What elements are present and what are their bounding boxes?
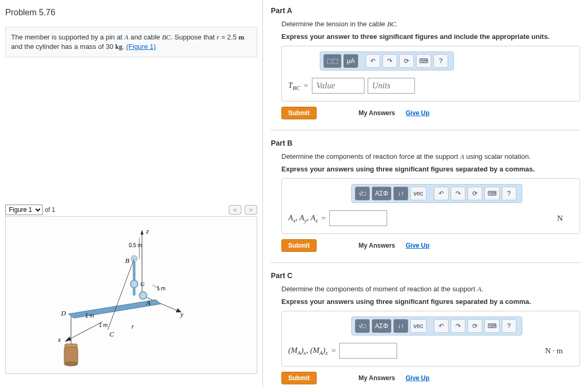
svg-text:1 m: 1 m	[85, 313, 94, 319]
part-c-toolbar: √□ ΑΣΦ ↓↑ vec ↶ ↷ ⟳ ⌨ ?	[351, 317, 522, 335]
vec-btn[interactable]: vec	[410, 319, 427, 333]
help-icon[interactable]: ?	[433, 54, 448, 68]
part-a-answer-box: ⬚⬚ μA ↶ ↷ ⟳ ⌨ ? TBC =	[281, 46, 580, 101]
part-c-label: Part C	[271, 271, 580, 280]
problem-description: The member is supported by a pin at A an…	[5, 27, 257, 57]
part-a-value-input[interactable]	[312, 78, 364, 94]
part-b-submit-button[interactable]: Submit	[281, 239, 317, 252]
reset-icon[interactable]: ⟳	[399, 54, 414, 68]
reset-icon[interactable]: ⟳	[468, 187, 482, 200]
svg-text:r: r	[131, 323, 134, 330]
part-c-giveup[interactable]: Give Up	[405, 374, 429, 382]
svg-text:1 m: 1 m	[99, 322, 108, 328]
svg-text:z: z	[146, 227, 149, 235]
units-btn[interactable]: μA	[343, 54, 358, 68]
figure-svg: z y x B A G	[42, 222, 221, 374]
undo-icon[interactable]: ↶	[434, 187, 449, 200]
part-c-hint: Express your answers using three signifi…	[281, 298, 580, 305]
part-b-giveup[interactable]: Give Up	[405, 242, 429, 249]
part-b: Part B Determine the components of react…	[271, 139, 580, 252]
svg-text:y: y	[179, 310, 184, 318]
svg-text:1 m: 1 m	[157, 286, 166, 291]
svg-rect-22	[64, 347, 78, 364]
part-a-label: Part A	[271, 6, 580, 15]
svg-text:B: B	[125, 257, 129, 264]
templates-icon[interactable]: ⬚⬚	[323, 54, 341, 68]
part-a-giveup[interactable]: Give Up	[405, 109, 429, 117]
redo-icon[interactable]: ↷	[382, 54, 397, 68]
greek-btn[interactable]: ΑΣΦ	[372, 319, 391, 333]
svg-text:0.5 m: 0.5 m	[129, 242, 142, 248]
problem-title: Problem 5.76	[5, 8, 257, 17]
undo-icon[interactable]: ↶	[434, 319, 449, 333]
svg-point-13	[139, 292, 147, 299]
figure-next-button[interactable]: >	[245, 205, 257, 215]
part-a: Part A Determine the tension in the cabl…	[271, 6, 580, 119]
part-b-prompt: Determine the components of reaction for…	[281, 152, 580, 161]
undo-icon[interactable]: ↶	[366, 54, 380, 68]
reset-icon[interactable]: ⟳	[468, 319, 482, 333]
updown-icon[interactable]: ↓↑	[393, 319, 408, 333]
keyboard-icon[interactable]: ⌨	[416, 54, 431, 68]
part-c-value-input[interactable]	[339, 343, 397, 359]
sqrt-icon[interactable]: √□	[355, 319, 370, 333]
sqrt-icon[interactable]: √□	[355, 187, 370, 200]
svg-text:x: x	[57, 335, 61, 343]
part-b-toolbar: √□ ΑΣΦ ↓↑ vec ↶ ↷ ⟳ ⌨ ?	[351, 184, 522, 203]
svg-marker-7	[65, 337, 72, 342]
redo-icon[interactable]: ↷	[451, 187, 465, 200]
figure-select[interactable]: Figure 1	[5, 205, 43, 215]
part-b-unit: N	[557, 214, 573, 223]
part-b-hint: Express your answers using three signifi…	[281, 165, 580, 173]
svg-point-15	[130, 280, 138, 288]
svg-text:D: D	[60, 309, 66, 317]
part-a-submit-button[interactable]: Submit	[281, 107, 317, 119]
part-a-myanswers[interactable]: My Answers	[359, 109, 396, 117]
part-b-answer-box: √□ ΑΣΦ ↓↑ vec ↶ ↷ ⟳ ⌨ ? Ax, Ay, Az =	[281, 178, 580, 234]
part-a-eq-label: TBC	[288, 81, 300, 91]
part-c-myanswers[interactable]: My Answers	[359, 374, 396, 382]
svg-point-23	[64, 362, 78, 366]
help-icon[interactable]: ?	[502, 319, 516, 333]
part-a-prompt: Determine the tension in the cable BC.	[281, 20, 580, 28]
keyboard-icon[interactable]: ⌨	[484, 187, 500, 200]
part-b-label: Part B	[271, 139, 580, 147]
svg-text:A: A	[146, 299, 150, 307]
figure-box: z y x B A G	[5, 216, 257, 374]
part-b-myanswers[interactable]: My Answers	[359, 242, 396, 249]
part-c-eq-label: (MA)x, (MA)z	[288, 346, 328, 356]
part-a-toolbar: ⬚⬚ μA ↶ ↷ ⟳ ⌨ ?	[320, 52, 454, 70]
svg-text:C: C	[109, 330, 114, 338]
svg-line-6	[67, 322, 103, 340]
part-b-value-input[interactable]	[329, 210, 387, 226]
part-a-units-input[interactable]	[368, 78, 415, 94]
part-c-unit: N · m	[545, 347, 573, 355]
svg-line-17	[108, 259, 134, 330]
figure-count: of 1	[45, 206, 55, 213]
svg-text:G: G	[140, 281, 145, 287]
updown-icon[interactable]: ↓↑	[393, 187, 408, 200]
figure-prev-button[interactable]: <	[229, 205, 241, 215]
svg-marker-1	[140, 230, 144, 235]
part-c-submit-button[interactable]: Submit	[281, 372, 317, 384]
figure-link[interactable]: (Figure 1)	[126, 43, 156, 50]
part-c-answer-box: √□ ΑΣΦ ↓↑ vec ↶ ↷ ⟳ ⌨ ? (MA)x, (MA)z =	[281, 311, 580, 366]
keyboard-icon[interactable]: ⌨	[484, 319, 500, 333]
part-c: Part C Determine the components of momen…	[271, 271, 580, 384]
redo-icon[interactable]: ↷	[451, 319, 465, 333]
vec-btn[interactable]: vec	[410, 187, 427, 200]
part-a-hint: Express your answer to three significant…	[281, 33, 580, 40]
part-c-prompt: Determine the components of moment of re…	[281, 285, 580, 293]
part-b-eq-label: Ax, Ay, Az	[288, 213, 318, 223]
greek-btn[interactable]: ΑΣΦ	[372, 187, 391, 200]
help-icon[interactable]: ?	[502, 187, 516, 200]
